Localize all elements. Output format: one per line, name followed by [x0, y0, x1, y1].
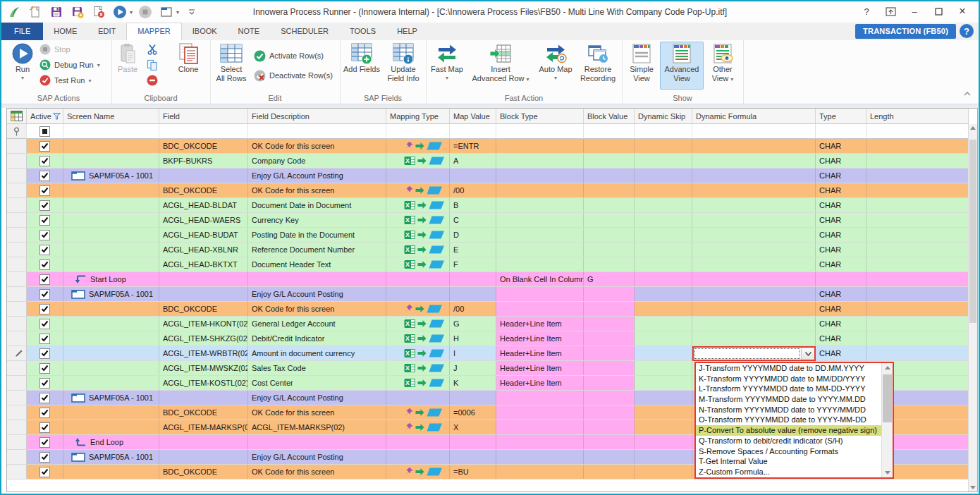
fast-map-button[interactable]: Fast Map ▾ — [429, 42, 465, 81]
cell-ind[interactable] — [7, 139, 27, 153]
cell-bval[interactable] — [584, 228, 635, 242]
active-checkbox[interactable] — [39, 393, 50, 403]
cell-bval[interactable] — [584, 139, 635, 153]
cell-len[interactable] — [866, 183, 969, 197]
transaction-badge[interactable]: TRANSACTION (FB50) — [855, 24, 956, 39]
cell-value[interactable] — [450, 391, 496, 405]
cell-field[interactable]: BDC_OKCODE — [159, 302, 248, 316]
cell-field[interactable]: BDC_OKCODE — [159, 183, 248, 197]
insert-advanced-row-button[interactable]: Insert Advanced Row ▾ — [468, 42, 533, 83]
filter-cell-screen[interactable] — [63, 124, 159, 139]
formula-option[interactable]: S-Remove Spaces / Accounting Formats — [696, 446, 882, 457]
cell-len[interactable] — [866, 272, 969, 286]
active-checkbox[interactable] — [39, 378, 50, 389]
filter-funnel-icon[interactable] — [53, 113, 61, 121]
tab-tools[interactable]: TOOLS — [339, 23, 386, 40]
cell-dform[interactable] — [692, 213, 816, 227]
col-header-active[interactable]: Active — [27, 109, 63, 124]
cell-btype[interactable] — [496, 405, 584, 420]
copy-button[interactable] — [147, 57, 158, 73]
cell-type[interactable]: CHAR — [816, 346, 866, 360]
cell-map[interactable] — [386, 272, 450, 286]
debug-run-button[interactable]: Debug Run ▾ — [39, 57, 100, 73]
formula-option[interactable]: O-Transform YYYYMMDD date to YYYY-MM-DD — [696, 415, 882, 425]
cell-btype[interactable] — [496, 391, 584, 405]
cell-dskip[interactable] — [635, 391, 692, 405]
scrollbar-thumb[interactable] — [969, 140, 976, 323]
cell-field[interactable] — [159, 272, 248, 286]
cell-field[interactable]: BDC_OKCODE — [159, 465, 248, 479]
cell-map[interactable]: X — [386, 346, 450, 360]
update-field-info-button[interactable]: Update Field Info — [384, 42, 423, 83]
cell-dform[interactable] — [692, 257, 816, 271]
cell-active[interactable] — [27, 228, 63, 242]
cell-value[interactable]: /00 — [450, 302, 496, 316]
scroll-down-icon[interactable] — [969, 483, 977, 491]
dropdown-scroll-up-icon[interactable] — [882, 363, 893, 373]
cell-desc[interactable]: Reference Document Number — [248, 243, 386, 257]
advanced-view-button[interactable]: Advanced View — [660, 42, 704, 90]
cell-active[interactable] — [27, 169, 63, 183]
cell-active[interactable] — [27, 317, 63, 331]
other-view-button[interactable]: Other View ▾ — [705, 42, 740, 83]
cell-type[interactable]: CHAR — [816, 228, 866, 242]
cell-dform[interactable] — [692, 198, 816, 212]
cell-bval[interactable] — [584, 346, 635, 360]
cell-value[interactable] — [450, 272, 496, 286]
cell-bval[interactable] — [584, 405, 635, 420]
cell-value[interactable]: =ENTR — [450, 139, 496, 153]
cell-len[interactable] — [866, 302, 969, 316]
active-checkbox[interactable] — [39, 452, 50, 463]
cell-dskip[interactable] — [635, 435, 692, 449]
cell-active[interactable] — [27, 420, 63, 434]
cell-dskip[interactable] — [635, 465, 692, 479]
cell-field[interactable]: ACGL_ITEM-MWSKZ(02) — [159, 361, 248, 375]
cell-bval[interactable] — [584, 198, 635, 212]
cell-dskip[interactable] — [635, 228, 692, 242]
cell-len[interactable] — [866, 228, 969, 242]
grid-vertical-scrollbar[interactable] — [968, 124, 977, 491]
cell-active[interactable] — [27, 243, 63, 257]
filter-cell-field[interactable] — [159, 124, 248, 139]
cell-screen[interactable]: SAPMF05A - 1001 — [63, 287, 159, 301]
grid-row[interactable]: Start LoopOn Blank Cell In ColumnG — [7, 272, 977, 287]
cell-ind[interactable] — [7, 450, 27, 464]
active-checkbox[interactable] — [39, 200, 50, 211]
grid-row[interactable]: ACGL_HEAD-WAERSCurrency KeyXCCHAR — [7, 213, 977, 228]
cell-active[interactable] — [27, 376, 63, 390]
cell-field[interactable]: ACGL_ITEM-MARKSP(02) — [159, 420, 248, 434]
cell-ind[interactable] — [7, 376, 27, 390]
cell-field[interactable]: ACGL_ITEM-WRBTR(02) — [159, 346, 248, 360]
cell-active[interactable] — [27, 139, 63, 153]
filter-cell-bval[interactable] — [584, 124, 635, 139]
cell-screen[interactable] — [63, 154, 159, 168]
cell-dskip[interactable] — [635, 272, 692, 286]
cell-bval[interactable] — [584, 243, 635, 257]
cell-ind[interactable] — [7, 228, 27, 242]
cell-len[interactable] — [866, 154, 969, 168]
cell-value[interactable]: E — [450, 243, 496, 257]
cell-type[interactable]: CHAR — [816, 198, 866, 212]
cell-field[interactable]: ACGL_ITEM-SHKZG(02) — [159, 331, 248, 346]
cell-active[interactable] — [27, 465, 63, 479]
cell-field[interactable]: ACGL_HEAD-XBLNR — [159, 243, 248, 257]
cell-dskip[interactable] — [635, 376, 692, 390]
cell-len[interactable] — [866, 287, 969, 301]
col-header-dynamic-formula[interactable]: Dynamic Formula — [692, 109, 816, 124]
cell-active[interactable] — [27, 287, 63, 301]
run-quick-icon[interactable] — [111, 4, 128, 20]
cell-type[interactable]: CHAR — [816, 331, 866, 346]
cell-active[interactable] — [27, 450, 63, 464]
active-checkbox[interactable] — [39, 230, 50, 240]
cell-bval[interactable] — [584, 213, 635, 227]
formula-option[interactable]: K-Transform YYYYMMDD date to MM/DD/YYYY — [696, 374, 882, 384]
cell-desc[interactable]: OK Code for this screen — [248, 302, 386, 316]
formula-option[interactable]: Z-Custom Formula... — [696, 467, 882, 477]
cell-value[interactable]: C — [450, 213, 496, 227]
cell-field[interactable]: ACGL_HEAD-WAERS — [159, 213, 248, 227]
cell-len[interactable] — [866, 139, 969, 153]
cell-field[interactable]: ACGL_HEAD-BUDAT — [159, 228, 248, 242]
active-checkbox[interactable] — [39, 422, 50, 433]
filter-cell-btype[interactable] — [496, 124, 584, 139]
cell-screen[interactable] — [63, 405, 159, 420]
